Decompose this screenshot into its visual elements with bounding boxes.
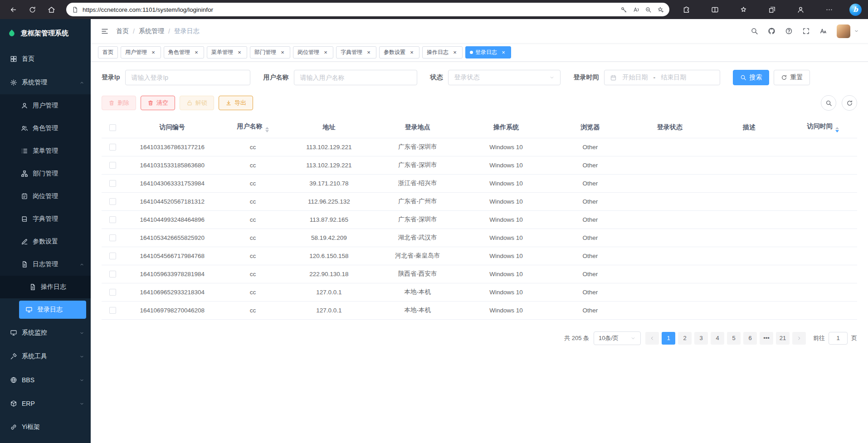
delete-button[interactable]: 删除	[102, 96, 136, 110]
status-select[interactable]: 登录状态	[448, 70, 561, 85]
read-aloud-button[interactable]	[633, 6, 639, 13]
sidebar-item-menu-management[interactable]: 菜单管理	[0, 140, 91, 162]
fullscreen-button[interactable]	[799, 24, 813, 39]
sidebar-item-role-management[interactable]: 角色管理	[0, 117, 91, 140]
tab-dict-management[interactable]: 字典管理×	[336, 46, 376, 58]
sort-carets[interactable]	[835, 127, 839, 132]
home-button[interactable]	[43, 2, 60, 17]
unlock-button[interactable]: 解锁	[180, 96, 214, 110]
row-checkbox[interactable]	[109, 162, 116, 169]
breadcrumb-item-system[interactable]: 系统管理	[139, 27, 164, 35]
select-all-checkbox[interactable]	[109, 124, 116, 131]
sidebar-item-system-management[interactable]: 系统管理	[0, 71, 91, 94]
close-icon[interactable]: ×	[322, 49, 329, 56]
next-page-button[interactable]	[792, 332, 806, 345]
collections-button[interactable]	[763, 2, 780, 17]
row-checkbox[interactable]	[109, 234, 116, 241]
sidebar-item-dept-management[interactable]: 部门管理	[0, 162, 91, 185]
sidebar-item-operation-log[interactable]: 操作日志	[0, 276, 91, 298]
column-header-visit-time[interactable]: 访问时间	[789, 117, 857, 138]
row-checkbox[interactable]	[109, 289, 116, 296]
goto-page-input[interactable]	[829, 332, 848, 345]
star-plus-button[interactable]	[657, 6, 664, 13]
page-ellipsis[interactable]: •••	[760, 332, 773, 345]
tab-role-management[interactable]: 角色管理×	[164, 46, 204, 58]
sidebar-item-param-settings[interactable]: 参数设置	[0, 230, 91, 253]
close-icon[interactable]: ×	[409, 49, 415, 56]
row-checkbox[interactable]	[109, 253, 116, 259]
favorites-button[interactable]	[735, 2, 752, 17]
page-size-select[interactable]: 10条/页	[594, 331, 641, 345]
prev-page-button[interactable]	[645, 332, 659, 345]
sidebar-item-login-log[interactable]: 登录日志	[19, 301, 86, 319]
question-button[interactable]	[781, 24, 796, 39]
sidebar-item-post-management[interactable]: 岗位管理	[0, 185, 91, 208]
sidebar-item-yi-framework[interactable]: Yi框架	[0, 415, 91, 439]
key-button[interactable]	[620, 6, 627, 13]
login-ip-input[interactable]	[125, 70, 250, 85]
user-name-input[interactable]	[294, 70, 417, 85]
sidebar-item-dict-management[interactable]: 字典管理	[0, 208, 91, 230]
row-checkbox[interactable]	[109, 144, 116, 151]
user-avatar[interactable]	[837, 24, 850, 38]
close-icon[interactable]: ×	[236, 49, 243, 56]
back-button[interactable]	[5, 2, 22, 17]
sidebar-item-home[interactable]: 首页	[0, 47, 91, 71]
close-icon[interactable]: ×	[500, 49, 507, 56]
github-button[interactable]	[764, 24, 779, 39]
page-button-1[interactable]: 1	[662, 332, 675, 345]
avatar-dropdown-icon[interactable]	[854, 29, 859, 34]
extensions-button[interactable]	[678, 2, 695, 17]
tab-login-log[interactable]: 登录日志×	[465, 46, 511, 58]
tab-operation-log[interactable]: 操作日志×	[422, 46, 463, 58]
page-button-4[interactable]: 4	[711, 332, 724, 345]
column-header-select[interactable]	[102, 117, 123, 138]
sort-carets[interactable]	[265, 127, 269, 132]
split-screen-button[interactable]	[706, 2, 723, 17]
search-button[interactable]: 搜索	[733, 70, 769, 85]
search-button[interactable]	[747, 24, 761, 39]
page-button-5[interactable]: 5	[727, 332, 741, 345]
row-checkbox[interactable]	[109, 198, 116, 205]
export-button[interactable]: 导出	[219, 96, 253, 110]
row-checkbox[interactable]	[109, 271, 116, 277]
clear-button[interactable]: 清空	[141, 96, 175, 110]
close-icon[interactable]: ×	[150, 49, 156, 56]
tab-home[interactable]: 首页	[98, 46, 118, 58]
tab-menu-management[interactable]: 菜单管理×	[207, 46, 247, 58]
address-bar[interactable]: https://ccnetcore.com:1101/system/log/lo…	[66, 3, 669, 16]
refresh-table-button[interactable]	[842, 95, 857, 111]
row-checkbox[interactable]	[109, 216, 116, 223]
sidebar-item-system-monitor[interactable]: 系统监控	[0, 321, 91, 345]
toggle-search-button[interactable]	[821, 95, 836, 111]
refresh-button[interactable]	[24, 2, 41, 17]
close-icon[interactable]: ×	[366, 49, 372, 56]
column-header-user-name[interactable]: 用户名称	[221, 117, 284, 138]
close-icon[interactable]: ×	[279, 49, 286, 56]
close-icon[interactable]: ×	[452, 49, 458, 56]
page-button-6[interactable]: 6	[743, 332, 757, 345]
sidebar-item-log-management[interactable]: 日志管理	[0, 253, 91, 276]
reset-button[interactable]: 重置	[774, 70, 810, 85]
breadcrumb-item-home[interactable]: 首页	[116, 27, 129, 35]
tab-dept-management[interactable]: 部门管理×	[250, 46, 290, 58]
font-size-button[interactable]	[816, 24, 830, 39]
sidebar-toggle-button[interactable]	[96, 23, 113, 40]
tab-user-management[interactable]: 用户管理×	[121, 46, 161, 58]
zoom-out-button[interactable]	[645, 6, 652, 13]
date-range-picker[interactable]: 开始日期 - 结束日期	[604, 70, 720, 85]
row-checkbox[interactable]	[109, 180, 116, 187]
more-button[interactable]	[821, 2, 838, 17]
sidebar-item-system-tools[interactable]: 系统工具	[0, 345, 91, 368]
bing-button[interactable]: b	[849, 4, 862, 16]
page-button-3[interactable]: 3	[694, 332, 708, 345]
page-button-21[interactable]: 21	[776, 332, 790, 345]
close-icon[interactable]: ×	[193, 49, 200, 56]
sidebar-item-bbs[interactable]: BBS	[0, 368, 91, 392]
row-checkbox[interactable]	[109, 307, 116, 314]
tab-param-settings[interactable]: 参数设置×	[379, 46, 419, 58]
sidebar-item-user-management[interactable]: 用户管理	[0, 94, 91, 117]
sidebar-item-erp[interactable]: ERP	[0, 392, 91, 415]
tab-post-management[interactable]: 岗位管理×	[293, 46, 333, 58]
page-button-2[interactable]: 2	[678, 332, 692, 345]
